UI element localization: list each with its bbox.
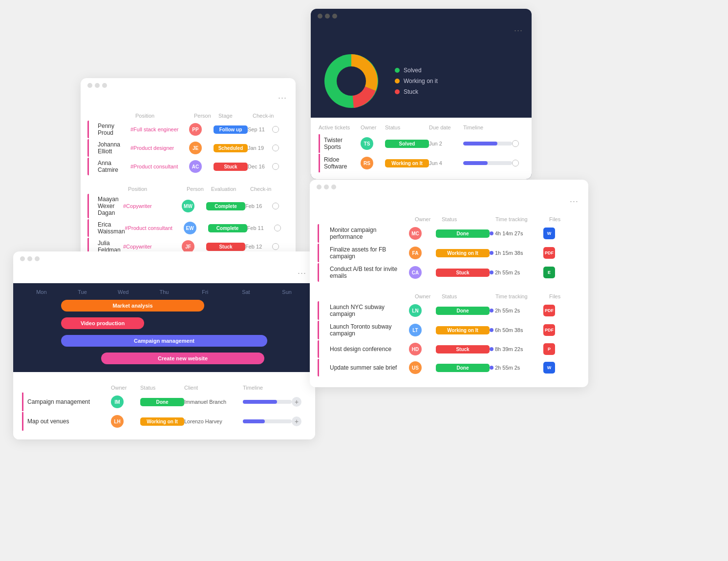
new-client-row[interactable]: Penny Proud #Full stack engineer PP Foll…: [87, 121, 291, 138]
status-badge: Done: [436, 307, 490, 315]
avatar: FA: [409, 247, 422, 259]
marketing-menu-button[interactable]: ···: [570, 196, 578, 207]
milestone-row[interactable]: Update summer sale brief US Done 2h 55m …: [318, 359, 582, 376]
marketing-card-header: ···: [310, 189, 588, 209]
status-badge: Working on It: [385, 159, 429, 167]
file-badge[interactable]: E: [543, 267, 555, 278]
next-step-row[interactable]: Finalize assets for FB campaign FA Worki…: [318, 244, 582, 262]
time-dot: [490, 366, 493, 370]
client-name: Immanuel Branch: [184, 399, 243, 405]
card-dots-projects: [13, 251, 315, 261]
due-date: Jun 4: [429, 160, 463, 166]
support-ticket-row[interactable]: Twister Sports TS Solved Jun 2: [319, 134, 524, 153]
legend-dot: [395, 89, 400, 94]
active-project-row[interactable]: Campaign management IM Done Immanuel Bra…: [22, 393, 306, 411]
company-name: Twister Sports: [324, 137, 361, 150]
time-dot: [490, 347, 493, 351]
support-table-header: Active tickets Owner Status Due date Tim…: [319, 124, 524, 133]
gantt-bar[interactable]: Market analysis: [61, 300, 204, 312]
employees-table-header: Position Person Evaluation Check-in: [81, 185, 296, 193]
avatar: CA: [409, 266, 422, 279]
settings-icon[interactable]: [512, 160, 519, 166]
add-icon[interactable]: +: [292, 397, 301, 407]
time-tracking: 8h 39m 22s: [490, 346, 543, 352]
projects-menu-button[interactable]: ···: [298, 268, 306, 278]
pie-chart-svg: [320, 49, 383, 113]
settings-icon[interactable]: [272, 145, 279, 151]
milestone-row[interactable]: Launch NYC subway campaign LN Done 2h 55…: [318, 301, 582, 320]
timeline-bar: [243, 400, 277, 404]
support-rows: Twister Sports TS Solved Jun 2 Ridoe Sof…: [319, 134, 524, 172]
add-icon[interactable]: +: [292, 416, 301, 426]
gantt-day-label: Tue: [62, 289, 103, 295]
legend-item: Solved: [395, 67, 438, 74]
stage-badge: Scheduled: [214, 144, 248, 152]
milestone-row[interactable]: Launch Toronto subway campaign LT Workin…: [318, 321, 582, 339]
next-step-row[interactable]: Monitor campaign performance MC Done 4h …: [318, 224, 582, 243]
timeline-track: [243, 400, 292, 404]
new-client-row[interactable]: Anna Catmire #Product consultant AC Stuc…: [87, 158, 291, 175]
avatar: JE: [189, 142, 202, 154]
new-client-row[interactable]: Johanna Elliott #Product designer JE Sch…: [87, 139, 291, 157]
file-badge[interactable]: PDF: [543, 305, 555, 316]
employee-name: Maayan Wexer Dagan: [98, 196, 123, 216]
active-project-row[interactable]: Map out venues LH Working on It Lorenzo …: [22, 412, 306, 431]
status-badge: Done: [140, 398, 184, 406]
task-name: Monitor campaign performance: [330, 227, 409, 240]
gantt-day-label: Thu: [144, 289, 185, 295]
gantt-bar-row: Video production: [21, 316, 307, 330]
client-position: #Product designer: [130, 145, 189, 151]
legend-label: Stuck: [404, 88, 418, 95]
avatar: US: [409, 361, 422, 374]
next-step-row[interactable]: Conduct A/B test for invite emails CA St…: [318, 263, 582, 282]
status-badge: Stuck: [436, 345, 490, 353]
time-tracking: 4h 14m 27s: [490, 230, 543, 236]
employee-row[interactable]: Maayan Wexer Dagan #Copywriter MW Comple…: [87, 194, 291, 218]
time-tracking: 2h 55m 2s: [490, 308, 543, 313]
support-menu-button[interactable]: ···: [514, 25, 523, 36]
time-dot: [490, 231, 493, 235]
settings-icon[interactable]: [512, 140, 519, 147]
settings-icon[interactable]: [272, 243, 279, 250]
task-name: Finalize assets for FB campaign: [330, 246, 409, 260]
settings-icon[interactable]: [272, 163, 279, 170]
gantt-bar[interactable]: Create new website: [101, 353, 264, 364]
gantt-bar[interactable]: Campaign management: [61, 335, 267, 347]
settings-icon[interactable]: [274, 225, 281, 231]
time-tracking: 6h 50m 38s: [490, 327, 543, 333]
time-tracking: 2h 55m 2s: [490, 365, 543, 371]
status-badge: Done: [436, 229, 490, 238]
status-badge: Done: [436, 364, 490, 372]
support-subtitle: [311, 39, 532, 44]
clients-menu-button[interactable]: ···: [278, 93, 287, 103]
time-dot: [490, 309, 493, 312]
gantt-day-label: Wed: [103, 289, 144, 295]
file-badge[interactable]: P: [543, 343, 555, 355]
file-badge[interactable]: W: [543, 228, 555, 239]
settings-icon[interactable]: [272, 203, 279, 209]
gantt-bar[interactable]: Video production: [61, 317, 144, 329]
time-tracking: 2h 55m 2s: [490, 270, 543, 275]
avatar: IM: [111, 395, 124, 408]
due-date: Jun 2: [429, 141, 463, 146]
new-clients-rows: Penny Proud #Full stack engineer PP Foll…: [81, 121, 296, 175]
marketing-milestones-header: Owner Status Time tracking Files: [310, 292, 588, 300]
file-badge[interactable]: PDF: [543, 247, 555, 259]
status-badge: Working on It: [436, 249, 490, 257]
file-badge[interactable]: W: [543, 362, 555, 374]
support-card-header: ···: [311, 19, 532, 39]
milestone-row[interactable]: Host design conference HD Stuck 8h 39m 2…: [318, 340, 582, 358]
timeline-track: [463, 161, 512, 165]
time-dot: [490, 328, 493, 332]
legend-dot: [395, 79, 400, 83]
employee-row[interactable]: Erica Waissman #Product consultant EW Co…: [87, 219, 291, 237]
project-name: Campaign management: [27, 398, 111, 405]
task-name: Launch Toronto subway campaign: [330, 323, 409, 337]
settings-icon[interactable]: [272, 126, 279, 133]
file-badge[interactable]: PDF: [543, 324, 555, 336]
support-ticket-row[interactable]: Ridoe Software RS Working on It Jun 4: [319, 154, 524, 172]
client-name: Anna Catmire: [98, 160, 130, 173]
timeline-bar: [463, 142, 497, 145]
avatar: HD: [409, 343, 422, 355]
card-dots-marketing: [310, 180, 588, 189]
